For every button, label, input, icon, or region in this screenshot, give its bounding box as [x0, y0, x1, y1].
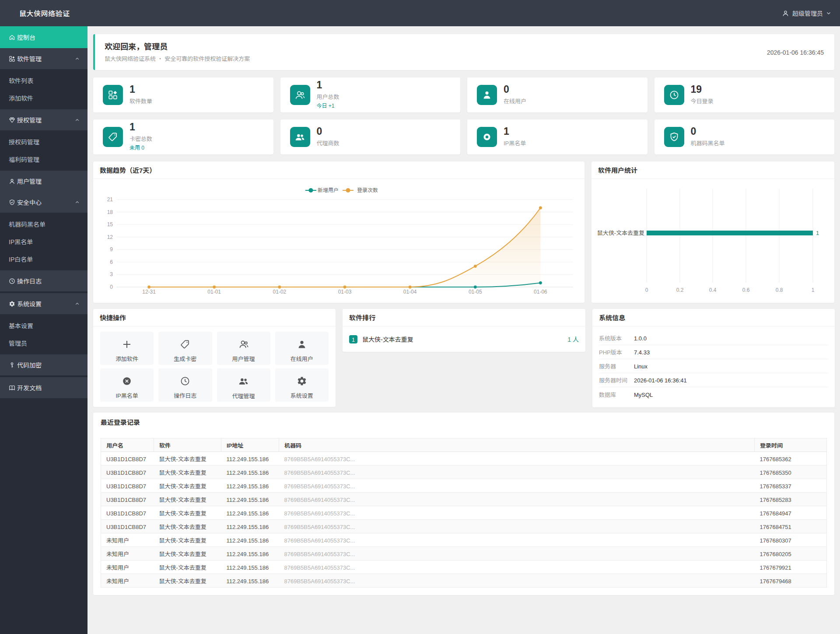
svg-text:0.4: 0.4	[709, 286, 717, 293]
svg-text:01-04: 01-04	[403, 287, 417, 295]
svg-text:12: 12	[107, 233, 113, 240]
svg-text:1: 1	[816, 228, 819, 237]
svg-text:0.6: 0.6	[742, 286, 750, 293]
svg-text:0.8: 0.8	[776, 286, 783, 293]
svg-text:01-06: 01-06	[534, 287, 547, 295]
svg-text:18: 18	[107, 208, 113, 215]
svg-text:1: 1	[812, 286, 815, 293]
svg-text:6: 6	[110, 258, 113, 265]
svg-text:01-01: 01-01	[207, 287, 221, 295]
svg-text:0.2: 0.2	[676, 286, 684, 293]
svg-text:新增用户: 新增用户	[318, 186, 339, 193]
svg-text:01-03: 01-03	[338, 287, 352, 295]
svg-text:登录次数: 登录次数	[357, 186, 378, 193]
svg-text:21: 21	[107, 195, 113, 203]
svg-text:3: 3	[110, 270, 113, 277]
svg-text:15: 15	[107, 220, 113, 228]
svg-text:12-31: 12-31	[142, 287, 156, 295]
svg-text:0: 0	[645, 286, 648, 293]
svg-text:01-02: 01-02	[273, 287, 287, 295]
svg-text:9: 9	[110, 245, 113, 252]
svg-text:01-05: 01-05	[469, 287, 482, 295]
svg-text:0: 0	[110, 283, 113, 290]
svg-text:鼠大侠-文本去重复: 鼠大侠-文本去重复	[597, 228, 644, 237]
